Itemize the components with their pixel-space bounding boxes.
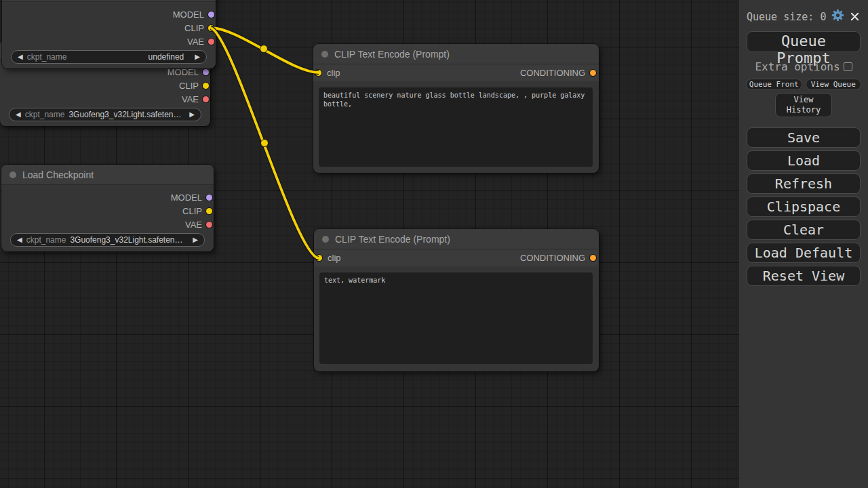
queue-prompt-button[interactable]: Queue Prompt bbox=[747, 31, 861, 52]
extra-options-row: Extra options bbox=[739, 60, 868, 73]
collapse-dot[interactable] bbox=[9, 171, 16, 178]
load-button[interactable]: Load bbox=[747, 150, 861, 171]
prev-value-arrow-icon[interactable]: ◀ bbox=[17, 237, 22, 243]
widget-label: ckpt_name bbox=[25, 110, 65, 119]
clip-input-port[interactable] bbox=[316, 255, 322, 261]
queue-size-text: Queue size: 0 bbox=[747, 11, 826, 23]
widget-label: ckpt_name bbox=[27, 52, 67, 62]
close-icon[interactable] bbox=[850, 12, 860, 22]
node-clip-text-encode-bottom[interactable]: CLIP Text Encode (Prompt) clip CONDITION… bbox=[314, 229, 599, 371]
node-body: MODEL CLIP VAE ◀ ckpt_name 3Guofeng3_v32… bbox=[0, 60, 210, 121]
extra-options-checkbox[interactable] bbox=[844, 62, 852, 71]
ckpt-name-widget[interactable]: ◀ ckpt_name undefined ▶ bbox=[11, 50, 207, 64]
output-row-vae: VAE bbox=[0, 92, 210, 106]
vae-output-port[interactable] bbox=[208, 39, 214, 45]
prev-value-arrow-icon[interactable]: ◀ bbox=[16, 111, 21, 118]
output-row-vae: VAE bbox=[2, 35, 216, 48]
node-load-checkpoint-top[interactable]: MODEL CLIP VAE ◀ ckpt_name undefined ▶ bbox=[2, 0, 216, 68]
reset-view-button[interactable]: Reset View bbox=[747, 266, 861, 286]
node-load-checkpoint-bottom[interactable]: Load Checkpoint MODEL CLIP VAE ◀ ckpt_na bbox=[1, 165, 214, 251]
queue-size-value: 0 bbox=[820, 11, 826, 23]
prev-value-arrow-icon[interactable]: ◀ bbox=[18, 54, 23, 60]
menu-panel: Queue size: 0 Que bbox=[739, 0, 868, 488]
model-output-port[interactable] bbox=[206, 195, 212, 201]
queue-front-button[interactable]: Queue Front bbox=[746, 79, 802, 90]
clip-wire-top bbox=[211, 28, 319, 73]
port-row: clip CONDITIONING bbox=[314, 249, 599, 266]
node-title: CLIP Text Encode (Prompt) bbox=[334, 49, 450, 60]
node-title-bar[interactable]: Load Checkpoint bbox=[1, 165, 214, 185]
input-label: clip bbox=[327, 68, 340, 78]
ckpt-name-widget[interactable]: ◀ ckpt_name 3Guofeng3_v32Light.safeten… … bbox=[10, 233, 205, 247]
queue-buttons-row: Queue Front View Queue bbox=[739, 79, 868, 90]
input-label: clip bbox=[328, 253, 341, 263]
next-value-arrow-icon[interactable]: ▶ bbox=[193, 237, 198, 243]
node-title: CLIP Text Encode (Prompt) bbox=[335, 234, 450, 245]
load-default-button[interactable]: Load Default bbox=[747, 243, 861, 263]
ckpt-name-widget[interactable]: ◀ ckpt_name 3Guofeng3_v32Light.safeten… … bbox=[9, 108, 201, 121]
widget-value: 3Guofeng3_v32Light.safeten… bbox=[68, 110, 185, 119]
node-body: MODEL CLIP VAE ◀ ckpt_name undefined ▶ bbox=[2, 2, 216, 64]
vae-output-port[interactable] bbox=[206, 222, 212, 228]
clip-output-port[interactable] bbox=[208, 25, 214, 31]
output-row-clip: CLIP bbox=[0, 79, 210, 92]
prompt-textarea[interactable]: beautiful scenery nature glass bottle la… bbox=[319, 87, 593, 167]
vae-output-port[interactable] bbox=[203, 96, 209, 102]
settings-gear-icon[interactable] bbox=[831, 8, 845, 25]
widget-label: ckpt_name bbox=[26, 235, 66, 245]
widget-value: 3Guofeng3_v32Light.safeten… bbox=[70, 235, 189, 245]
clip-wire-top-under bbox=[211, 28, 319, 73]
view-history-button[interactable]: View History bbox=[775, 93, 832, 117]
clear-button[interactable]: Clear bbox=[747, 220, 861, 240]
output-row-clip: CLIP bbox=[2, 21, 216, 35]
clipspace-button[interactable]: Clipspace bbox=[747, 197, 861, 217]
save-button[interactable]: Save bbox=[747, 127, 861, 148]
extra-options-label: Extra options bbox=[755, 60, 840, 73]
node-title-bar[interactable]: CLIP Text Encode (Prompt) bbox=[314, 229, 599, 249]
output-row-clip: CLIP bbox=[1, 204, 214, 218]
node-body: MODEL CLIP VAE ◀ ckpt_name 3Guofeng3_v32… bbox=[1, 185, 214, 247]
prompt-textarea[interactable]: text, watermark bbox=[319, 272, 593, 364]
comfyui-app: MODEL CLIP VAE ◀ ckpt_name 3Guofeng3_v32… bbox=[0, 0, 868, 488]
wire-reroute-dot bbox=[261, 140, 269, 147]
refresh-button[interactable]: Refresh bbox=[747, 174, 861, 194]
port-row: clip CONDITIONING bbox=[313, 64, 599, 81]
clip-wire-bottom-under bbox=[211, 28, 319, 258]
wire-reroute-dot bbox=[260, 45, 268, 53]
model-output-port[interactable] bbox=[208, 12, 214, 18]
view-queue-button[interactable]: View Queue bbox=[806, 79, 862, 90]
conditioning-output-port[interactable] bbox=[590, 70, 596, 76]
widget-value: undefined bbox=[71, 52, 191, 62]
next-value-arrow-icon[interactable]: ▶ bbox=[189, 111, 195, 118]
collapse-dot[interactable] bbox=[322, 236, 329, 243]
node-title: Load Checkpoint bbox=[22, 169, 94, 180]
node-clip-text-encode-top[interactable]: CLIP Text Encode (Prompt) clip CONDITION… bbox=[313, 44, 599, 173]
clip-output-port[interactable] bbox=[203, 83, 209, 89]
output-row-model: MODEL bbox=[2, 7, 216, 21]
output-row-vae: VAE bbox=[1, 218, 214, 231]
menu-header: Queue size: 0 bbox=[739, 5, 868, 31]
node-body: clip CONDITIONING beautiful scenery natu… bbox=[313, 64, 599, 167]
collapse-dot[interactable] bbox=[321, 51, 328, 58]
node-title-bar[interactable]: CLIP Text Encode (Prompt) bbox=[313, 44, 599, 64]
node-body: clip CONDITIONING text, watermark bbox=[314, 249, 599, 364]
clip-input-port[interactable] bbox=[315, 70, 321, 76]
output-row-model: MODEL bbox=[1, 190, 214, 204]
node-graph-canvas[interactable]: MODEL CLIP VAE ◀ ckpt_name 3Guofeng3_v32… bbox=[0, 0, 739, 488]
conditioning-output-port[interactable] bbox=[590, 255, 596, 261]
clip-output-port[interactable] bbox=[206, 208, 212, 214]
next-value-arrow-icon[interactable]: ▶ bbox=[195, 54, 200, 60]
model-output-port[interactable] bbox=[203, 69, 209, 75]
clip-wire-bottom bbox=[211, 28, 319, 258]
output-label: CONDITIONING bbox=[520, 253, 585, 263]
output-label: CONDITIONING bbox=[520, 68, 585, 78]
